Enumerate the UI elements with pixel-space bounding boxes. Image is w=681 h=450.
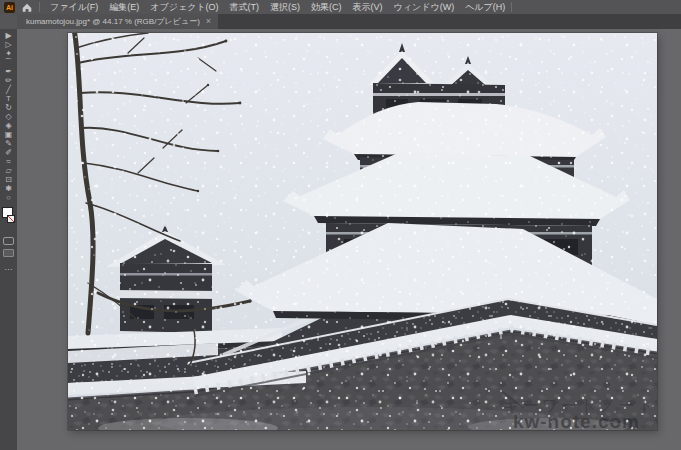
hand-tool[interactable]: ✱ xyxy=(0,184,17,193)
canvas-area[interactable]: キーワードノート kw-note.com xyxy=(17,29,681,450)
tool-icon: ✦ xyxy=(5,49,12,58)
menu-separator xyxy=(39,2,40,12)
menu-window[interactable]: ウィンドウ(W) xyxy=(394,1,455,14)
stroke-color-swatch[interactable] xyxy=(7,215,15,223)
tool-icon: ◈ xyxy=(5,121,11,130)
tool-list: ▶ ▷ ✦ ⌒ ✒ xyxy=(0,31,17,202)
menu-object[interactable]: オブジェクト(O) xyxy=(150,1,218,14)
workspace: ▶ ▷ ✦ ⌒ ✒ xyxy=(0,29,681,450)
menu-view[interactable]: 表示(V) xyxy=(353,1,383,14)
pen-tool[interactable]: ✒ xyxy=(0,67,17,76)
watermark-url: kw-note.com xyxy=(513,411,640,430)
width-tool[interactable]: ◈ xyxy=(0,121,17,130)
zoom-tool[interactable]: ○ xyxy=(0,193,17,202)
tool-icon: ✐ xyxy=(5,148,12,157)
menu-help[interactable]: ヘルプ(H) xyxy=(465,1,505,14)
screen-mode-button[interactable] xyxy=(3,249,14,257)
menu-items: ファイル(F) 編集(E) オブジェクト(O) 書式(T) 選択(S) 効果(C… xyxy=(46,1,505,14)
eraser-tool[interactable]: ▱ xyxy=(0,166,17,175)
tool-icon: ✏ xyxy=(5,76,12,85)
tool-icon: ⊡ xyxy=(5,175,12,184)
document-tab-bar: kumamotojou.jpg* @ 44.17 % (RGB/プレビュー) × xyxy=(0,14,681,29)
menu-edit[interactable]: 編集(E) xyxy=(109,1,139,14)
free-transform-tool[interactable]: ⊡ xyxy=(0,175,17,184)
tool-icon: ≈ xyxy=(6,157,10,166)
home-icon[interactable] xyxy=(21,2,33,13)
tools-panel: ▶ ▷ ✦ ⌒ ✒ xyxy=(0,29,17,450)
app-logo-icon: Ai xyxy=(4,2,15,13)
drawing-mode-button[interactable] xyxy=(3,237,14,245)
tool-icon: ✎ xyxy=(5,139,12,148)
menu-effect[interactable]: 効果(C) xyxy=(311,1,342,14)
menu-select[interactable]: 選択(S) xyxy=(270,1,300,14)
document-tab[interactable]: kumamotojou.jpg* @ 44.17 % (RGB/プレビュー) × xyxy=(17,14,218,29)
type-tool[interactable]: T xyxy=(0,94,17,103)
pencil-tool[interactable]: ✐ xyxy=(0,148,17,157)
tool-icon: ↻ xyxy=(5,103,12,112)
tool-icon: ◇ xyxy=(5,112,11,121)
tool-icon: ⌒ xyxy=(5,58,13,67)
lasso-tool[interactable]: ⌒ xyxy=(0,58,17,67)
menu-bar: Ai ファイル(F) 編集(E) オブジェクト(O) 書式(T) 選択(S) 効… xyxy=(0,0,681,14)
curvature-tool[interactable]: ✏ xyxy=(0,76,17,85)
fill-stroke-swatches xyxy=(1,207,16,233)
magic-wand-tool[interactable]: ✦ xyxy=(0,49,17,58)
menu-type[interactable]: 書式(T) xyxy=(230,1,260,14)
illustrator-window: Ai ファイル(F) 編集(E) オブジェクト(O) 書式(T) 選択(S) 効… xyxy=(0,0,681,450)
tool-icon: ✒ xyxy=(5,67,12,76)
tool-icon: ○ xyxy=(6,193,11,202)
tool-icon: ▶ xyxy=(5,31,11,40)
scale-tool[interactable]: ◇ xyxy=(0,112,17,121)
direct-selection-tool[interactable]: ▷ xyxy=(0,40,17,49)
tool-icon: ▱ xyxy=(5,166,11,175)
line-segment-tool[interactable]: ╱ xyxy=(0,85,17,94)
selection-tool[interactable]: ▶ xyxy=(0,31,17,40)
menu-file[interactable]: ファイル(F) xyxy=(50,1,98,14)
tool-icon: ╱ xyxy=(6,85,11,94)
none-color-slash-icon xyxy=(8,216,14,222)
photo-kumamoto-castle[interactable]: キーワードノート kw-note.com xyxy=(68,33,657,430)
document-tab-title: kumamotojou.jpg* @ 44.17 % (RGB/プレビュー) xyxy=(26,16,200,27)
menu-separator-end xyxy=(511,2,512,12)
tool-icon: ▣ xyxy=(5,130,13,139)
tool-icon: T xyxy=(6,94,11,103)
tool-icon: ▷ xyxy=(5,40,11,49)
tab-close-icon[interactable]: × xyxy=(206,17,211,26)
castle-photo-illustration xyxy=(68,33,657,430)
shape-builder-tool[interactable]: ▣ xyxy=(0,130,17,139)
rotate-tool[interactable]: ↻ xyxy=(0,103,17,112)
paintbrush-tool[interactable]: ✎ xyxy=(0,139,17,148)
edit-toolbar-button[interactable]: … xyxy=(4,263,13,271)
shaper-tool[interactable]: ≈ xyxy=(0,157,17,166)
toolbar-header-block xyxy=(0,14,17,29)
tool-icon: ✱ xyxy=(5,184,12,193)
